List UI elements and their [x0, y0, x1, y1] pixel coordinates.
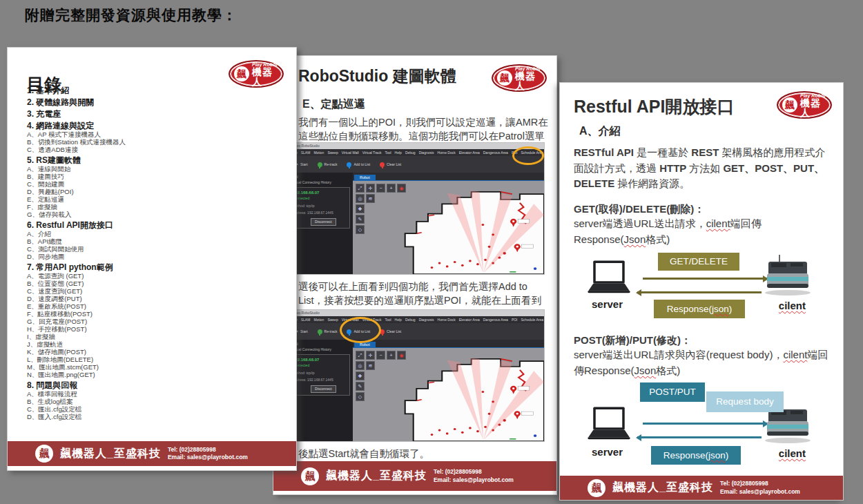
- app-tabbar: Robot: [353, 340, 544, 347]
- visibility-button[interactable]: ◇: [356, 225, 365, 234]
- connection-card: 192.168.68.07 Connected Method: tcp/ip A…: [290, 187, 350, 229]
- response-box: Response(json): [654, 300, 745, 318]
- menu-item[interactable]: Home Dock: [438, 318, 456, 322]
- toc-item: B、API總攬: [27, 238, 289, 245]
- client-label: cilent: [779, 300, 806, 311]
- zoom-in-button[interactable]: +: [387, 184, 396, 193]
- menu-item[interactable]: Home Dock: [438, 151, 456, 155]
- text-run: ): [729, 304, 733, 314]
- robostudio-paragraph-3: 後點選Start就會自動循環了。: [298, 447, 548, 461]
- pan-tool-button[interactable]: ✛: [366, 184, 375, 193]
- measure-tool-button[interactable]: ⤢: [356, 351, 365, 360]
- request-arrow-icon: [643, 423, 767, 425]
- laptop-icon: [585, 405, 633, 443]
- text-run: 格式): [646, 233, 670, 245]
- connection-method: Method: tcp/ip: [293, 371, 347, 376]
- menu-item[interactable]: Tool: [385, 318, 391, 322]
- record-button[interactable]: ◉: [397, 184, 406, 193]
- toc-item: A、標準回報流程: [27, 390, 289, 398]
- visibility-button[interactable]: ◇: [356, 392, 365, 401]
- robostudio-screenshot-1: Series RoboStudio ViewSLAMMotionSweepVir…: [287, 143, 544, 274]
- magnifier-button[interactable]: ◎: [356, 361, 365, 370]
- toolbar-button[interactable]: Re-track: [318, 162, 338, 167]
- menu-item[interactable]: Help: [395, 151, 402, 155]
- menu-item[interactable]: Dangerous Area: [483, 151, 508, 155]
- draw-tool-button[interactable]: ✎: [356, 215, 365, 224]
- toc-item: 7. 常用API python範例: [27, 262, 289, 272]
- toolbar-button[interactable]: Clear List: [380, 162, 401, 167]
- crosshair-button[interactable]: ✚: [356, 204, 365, 213]
- sidebar-group-label: Local: [290, 175, 350, 180]
- menu-item[interactable]: SLAM: [301, 318, 311, 322]
- sweep-tool-button[interactable]: ≋: [366, 361, 375, 370]
- crosshair-button[interactable]: ✚: [356, 371, 365, 380]
- menu-item[interactable]: Tool: [385, 151, 391, 155]
- toc-item: C、開始建圖: [27, 180, 289, 188]
- brand-badge-icon: 飆: [497, 70, 512, 86]
- text-run: 方法如: [689, 162, 723, 174]
- menu-item[interactable]: Dangerous Area: [483, 318, 508, 322]
- toc-item: L、刪除地圖(DELETE): [27, 356, 289, 363]
- menu-item[interactable]: Debug: [405, 318, 416, 322]
- pin-icon: [318, 329, 322, 334]
- zoom-out-button[interactable]: −: [376, 351, 385, 360]
- menu-item[interactable]: POI: [512, 318, 518, 322]
- playrobot-logo: 飆 Play Robot 機器人: [777, 91, 832, 119]
- toc-item: D、興趣點(POI): [27, 188, 289, 195]
- sweep-tool-button[interactable]: ≋: [366, 194, 375, 203]
- map-area[interactable]: ⤢ ✛ − + ◉ ◎ ≋ ✚ ✎ ◇: [353, 347, 544, 441]
- device-ip: 192.168.68.07: [293, 190, 347, 196]
- menu-item[interactable]: Virtual Track: [362, 151, 382, 155]
- toolbar-button[interactable]: Add to List: [347, 162, 370, 167]
- toolbar-button[interactable]: Re-track: [318, 329, 338, 334]
- menu-item[interactable]: Virtual Wall: [342, 151, 359, 155]
- toolbar-button[interactable]: Clear List: [380, 329, 401, 334]
- menu-item[interactable]: Sweep: [327, 318, 338, 322]
- app-tabbar: Robot: [353, 173, 544, 180]
- menu-item[interactable]: Elevator Area: [459, 151, 480, 155]
- toc-item: A、AP 模式下連接機器人: [27, 130, 289, 138]
- text-run: server端透過URL送出請求，: [574, 217, 706, 229]
- menu-item[interactable]: Motion: [313, 151, 324, 155]
- disconnect-button[interactable]: Disconnect: [311, 385, 336, 394]
- request-method-box: POST/PUT: [640, 382, 705, 402]
- page-robostudio: 飆 Play Robot 機器人 RoboStudio 建圖軟體 E、定點巡邏 …: [273, 55, 557, 495]
- menu-item[interactable]: Schedule Area: [521, 318, 544, 322]
- map-area[interactable]: ⤢ ✛ − + ◉ ◎ ≋ ✚ ✎ ◇: [353, 180, 544, 274]
- footer-tel: Tel: (02)28805998: [720, 480, 800, 487]
- toc-item: N、匯出地圖.png(GET): [27, 371, 289, 378]
- menu-item[interactable]: Diagnosis: [419, 318, 434, 322]
- menu-item[interactable]: Motion: [313, 318, 324, 322]
- menu-item[interactable]: Elevator Area: [459, 318, 480, 322]
- zoom-in-button[interactable]: +: [387, 351, 396, 360]
- connection-address: Address: 192.168.67.1445: [293, 378, 347, 383]
- zoom-out-button[interactable]: −: [376, 184, 385, 193]
- text-run: Json: [624, 233, 646, 245]
- footer-badge-icon: 飆: [301, 467, 319, 485]
- menu-item[interactable]: Sweep: [327, 151, 338, 155]
- footer-email: Email: sales@playrobot.com: [434, 476, 514, 484]
- disconnect-button[interactable]: Disconnect: [311, 218, 336, 226]
- text-run: cilent: [783, 349, 807, 360]
- response-box: Response(json): [651, 446, 741, 465]
- menu-item[interactable]: Diagnosis: [419, 151, 434, 155]
- pan-tool-button[interactable]: ✛: [366, 351, 375, 360]
- magnifier-button[interactable]: ◎: [356, 194, 365, 203]
- measure-tool-button[interactable]: ⤢: [356, 184, 365, 193]
- toc-item: 4. 網路連線與設定: [27, 121, 289, 130]
- annotation-circle-patrol: [512, 146, 544, 165]
- robot-icon: [760, 254, 815, 297]
- playrobot-logo: 飆 Play Robot 機器人: [492, 64, 547, 92]
- page-restful-api: 飆 Play Robot 機器人 Restful API開放接口 A、介紹 RE…: [559, 82, 844, 501]
- menu-item[interactable]: SLAM: [301, 151, 311, 155]
- menu-item[interactable]: Help: [395, 318, 402, 322]
- toc-item: C、透過ADB連接: [27, 146, 289, 153]
- footer-company: 飆機器人_至盛科技: [612, 481, 713, 495]
- main-title: 附贈完整開發資源與使用教學：: [25, 6, 237, 25]
- menu-item[interactable]: Debug: [405, 151, 416, 155]
- record-button[interactable]: ◉: [397, 351, 406, 360]
- toc-item: D、速度調整(PUT): [27, 295, 289, 302]
- draw-tool-button[interactable]: ✎: [356, 382, 365, 391]
- connection-status: Connected: [293, 363, 347, 369]
- tab-robot[interactable]: Robot: [354, 175, 376, 180]
